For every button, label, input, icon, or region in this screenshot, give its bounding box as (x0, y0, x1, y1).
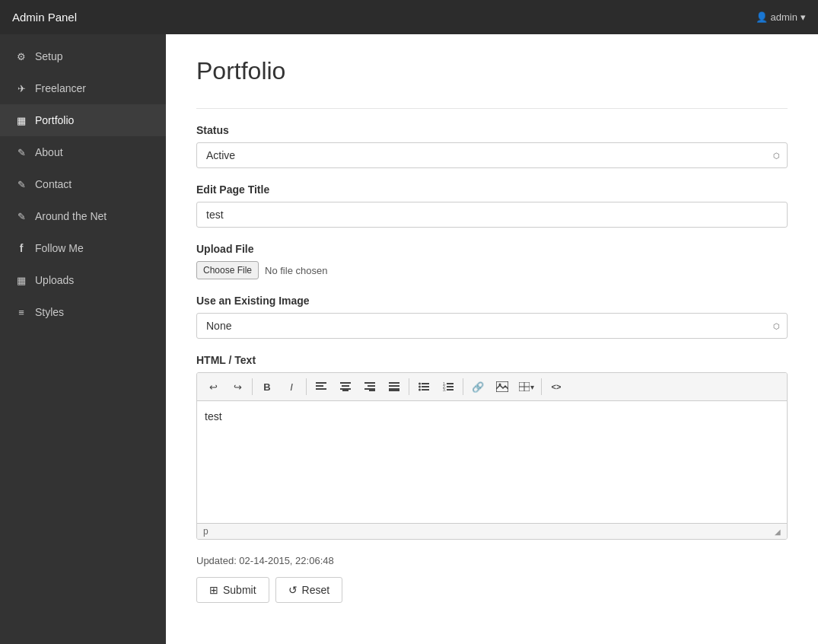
svg-rect-19 (422, 386, 429, 387)
navbar-username: admin (771, 11, 797, 23)
sidebar-label-follow-me: Follow Me (35, 242, 84, 254)
status-group: Status Active Inactive (196, 124, 788, 168)
editor-wrapper: ↩ ↪ B I (196, 372, 788, 540)
reset-button[interactable]: ↺ Reset (275, 577, 343, 603)
app-layout: ⚙ Setup ✈ Freelancer ▦ Portfolio ✎ About… (0, 34, 818, 644)
sidebar-item-contact[interactable]: ✎ Contact (0, 168, 166, 200)
toolbar-table-dropdown[interactable]: ▾ (515, 376, 538, 397)
sidebar-item-follow-me[interactable]: f Follow Me (0, 232, 166, 264)
sidebar-item-setup[interactable]: ⚙ Setup (0, 40, 166, 72)
chevron-down-icon: ▾ (800, 11, 806, 23)
reset-label: Reset (302, 584, 330, 596)
toolbar-align-center-button[interactable] (334, 376, 357, 397)
sidebar-item-portfolio[interactable]: ▦ Portfolio (0, 104, 166, 136)
sidebar: ⚙ Setup ✈ Freelancer ▦ Portfolio ✎ About… (0, 34, 166, 644)
styles-icon: ≡ (15, 307, 27, 318)
svg-rect-9 (368, 385, 375, 387)
main-content: Portfolio Status Active Inactive Edit Pa… (166, 34, 818, 644)
upload-file-label: Upload File (196, 243, 788, 255)
svg-rect-4 (340, 382, 351, 384)
sidebar-label-setup: Setup (35, 50, 63, 62)
submit-label: Submit (223, 584, 256, 596)
toolbar-unordered-list-button[interactable] (412, 376, 435, 397)
edit-page-title-label: Edit Page Title (196, 183, 788, 196)
uploads-icon: ▦ (15, 275, 27, 286)
upload-file-group: Upload File Choose File No file chosen (196, 243, 788, 279)
toolbar-separator-2 (306, 378, 307, 395)
user-icon: 👤 (756, 11, 768, 23)
edit-icon-around: ✎ (15, 211, 27, 222)
gear-icon: ⚙ (15, 51, 27, 62)
svg-rect-6 (340, 388, 351, 390)
svg-rect-14 (389, 388, 399, 390)
svg-rect-25 (447, 386, 454, 387)
toolbar-ordered-list-button[interactable]: 1.2.3. (437, 376, 460, 397)
html-text-group: HTML / Text ↩ ↪ B I (196, 354, 788, 540)
form-actions: ⊞ Submit ↺ Reset (196, 577, 788, 603)
align-right-icon (364, 382, 375, 391)
justify-icon (389, 382, 399, 391)
edit-page-title-input[interactable] (196, 202, 788, 228)
sidebar-item-about[interactable]: ✎ About (0, 136, 166, 168)
toolbar-align-left-button[interactable] (310, 376, 333, 397)
existing-image-group: Use an Existing Image None (196, 295, 788, 339)
ol-icon: 1.2.3. (443, 382, 454, 391)
resize-handle-icon: ◢ (775, 528, 781, 536)
sidebar-label-uploads: Uploads (35, 274, 74, 286)
toolbar-italic-button[interactable]: I (280, 376, 303, 397)
toolbar-bold-button[interactable]: B (256, 376, 279, 397)
svg-text:3.: 3. (443, 387, 446, 391)
grid-icon: ▦ (15, 115, 27, 126)
editor-content-area[interactable]: test (197, 401, 787, 523)
status-select[interactable]: Active Inactive (196, 142, 788, 168)
toolbar-justify-button[interactable] (383, 376, 406, 397)
navbar-user-menu[interactable]: 👤 admin ▾ (756, 11, 806, 23)
sidebar-label-styles: Styles (35, 306, 64, 318)
svg-rect-12 (389, 382, 399, 384)
svg-rect-7 (342, 390, 349, 391)
svg-rect-0 (316, 382, 326, 384)
edit-page-title-group: Edit Page Title (196, 183, 788, 228)
navbar: Admin Panel 👤 admin ▾ (0, 0, 818, 34)
image-icon (496, 381, 508, 392)
toolbar-redo-button[interactable]: ↪ (226, 376, 249, 397)
toolbar-align-right-button[interactable] (358, 376, 381, 397)
table-dropdown-arrow: ▾ (530, 383, 534, 391)
svg-rect-10 (364, 388, 375, 390)
svg-rect-21 (422, 389, 429, 391)
file-upload-row: Choose File No file chosen (196, 261, 788, 279)
svg-rect-8 (364, 382, 375, 384)
toolbar-link-button[interactable]: 🔗 (466, 376, 489, 397)
existing-image-label: Use an Existing Image (196, 295, 788, 307)
ul-icon (419, 382, 429, 391)
existing-image-select[interactable]: None (196, 313, 788, 339)
sidebar-item-styles[interactable]: ≡ Styles (0, 296, 166, 328)
sidebar-item-freelancer[interactable]: ✈ Freelancer (0, 72, 166, 104)
toolbar-separator-4 (463, 378, 463, 395)
divider (196, 108, 788, 109)
file-name-text: No file chosen (265, 265, 327, 276)
choose-file-button[interactable]: Choose File (196, 261, 259, 279)
svg-rect-23 (447, 383, 454, 384)
svg-rect-15 (389, 390, 399, 391)
svg-point-18 (419, 386, 421, 388)
edit-icon: ✎ (15, 147, 27, 158)
toolbar-code-button[interactable]: <> (545, 376, 568, 397)
toolbar-image-button[interactable] (491, 376, 514, 397)
editor-status-tag: p (203, 526, 208, 537)
sidebar-item-uploads[interactable]: ▦ Uploads (0, 264, 166, 296)
edit-icon-contact: ✎ (15, 179, 27, 190)
submit-button[interactable]: ⊞ Submit (196, 577, 269, 603)
svg-rect-1 (316, 385, 323, 387)
status-label: Status (196, 124, 788, 136)
svg-rect-11 (369, 390, 375, 391)
toolbar-undo-button[interactable]: ↩ (202, 376, 224, 397)
page-title: Portfolio (196, 57, 788, 85)
existing-image-select-wrapper: None (196, 313, 788, 339)
sidebar-item-around-the-net[interactable]: ✎ Around the Net (0, 200, 166, 232)
table-icon (519, 382, 530, 391)
align-left-icon (316, 382, 326, 391)
svg-rect-2 (316, 388, 326, 390)
sidebar-label-contact: Contact (35, 178, 72, 190)
toolbar-separator-1 (252, 378, 253, 395)
